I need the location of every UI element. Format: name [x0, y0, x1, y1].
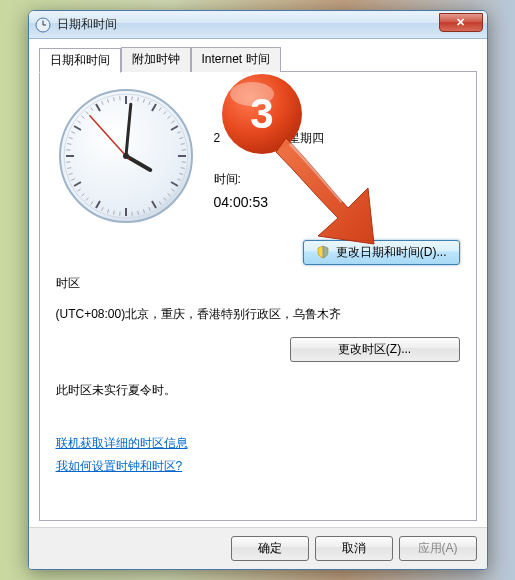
ok-button[interactable]: 确定 — [231, 536, 309, 561]
shield-icon — [316, 245, 330, 259]
window-title: 日期和时间 — [57, 16, 117, 33]
tab-internet-time[interactable]: Internet 时间 — [191, 47, 281, 72]
dst-note: 此时区未实行夏令时。 — [56, 382, 460, 399]
tab-datetime[interactable]: 日期和时间 — [39, 48, 121, 73]
date-value-partial: 2 — [214, 131, 221, 145]
close-button[interactable]: ✕ — [439, 13, 483, 32]
tab-additional-clocks[interactable]: 附加时钟 — [121, 47, 191, 72]
clock-icon — [35, 17, 51, 33]
svg-point-68 — [123, 153, 129, 159]
link-online-tz-info[interactable]: 联机获取详细的时区信息 — [56, 435, 188, 452]
clock-face-icon — [56, 86, 196, 226]
change-datetime-button[interactable]: 更改日期和时间(D)... — [303, 240, 459, 265]
weekday-value: 星期四 — [288, 131, 324, 145]
time-label: 时间: — [214, 171, 460, 188]
datetime-window: 日期和时间 ✕ 日期和时间 附加时钟 Internet 时间 — [28, 10, 488, 570]
tabstrip: 日期和时间 附加时钟 Internet 时间 — [39, 47, 477, 72]
time-value: 04:00:53 — [214, 194, 460, 210]
cancel-button[interactable]: 取消 — [315, 536, 393, 561]
apply-button[interactable]: 应用(A) — [399, 536, 477, 561]
link-how-to-set[interactable]: 我如何设置时钟和时区? — [56, 458, 183, 475]
dialog-footer: 确定 取消 应用(A) — [29, 527, 487, 569]
timezone-label: 时区 — [56, 275, 460, 292]
change-timezone-button[interactable]: 更改时区(Z)... — [290, 337, 460, 362]
timezone-value: (UTC+08:00)北京，重庆，香港特别行政区，乌鲁木齐 — [56, 306, 460, 323]
titlebar[interactable]: 日期和时间 ✕ — [29, 11, 487, 39]
analog-clock — [56, 86, 196, 226]
tabpanel-datetime: 2 0000-00-00 星期四 时间: 04:00:53 更改日期和时间(D)… — [39, 71, 477, 521]
